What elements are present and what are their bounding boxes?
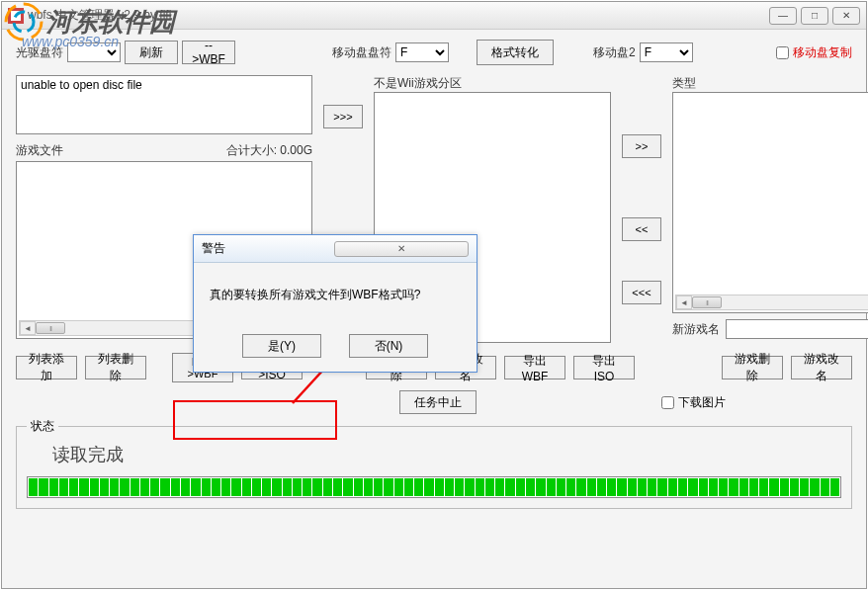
scroll-left-icon[interactable]: ◄ xyxy=(20,321,36,335)
type-scroll-left-icon[interactable]: ◄ xyxy=(676,295,692,309)
type-list[interactable]: ◄ xyxy=(672,92,868,313)
dialog-title-text: 警告 xyxy=(202,240,334,257)
refresh-button[interactable]: 刷新 xyxy=(125,41,178,64)
download-image-check[interactable] xyxy=(661,396,674,409)
type-scroll-thumb[interactable] xyxy=(692,296,722,308)
list-delete-button[interactable]: 列表删除 xyxy=(85,356,146,379)
scroll-thumb[interactable] xyxy=(36,322,65,334)
new-game-input[interactable] xyxy=(726,319,868,339)
move-left-button[interactable]: << xyxy=(622,217,661,241)
cd-drive-select[interactable] xyxy=(67,42,121,62)
cd-drive-label: 光驱盘符 xyxy=(16,44,63,61)
to-wbf-button[interactable]: -->WBF xyxy=(182,41,235,64)
move-right-button[interactable]: >> xyxy=(622,134,661,158)
mobile-disk2-select[interactable]: F xyxy=(640,42,693,62)
game-delete-button-2[interactable]: 游戏删除 xyxy=(722,356,783,379)
move-left-all-button[interactable]: <<< xyxy=(622,281,661,304)
title-bar: wbfs 中文管理器 v2.9 by flfl — □ ✕ xyxy=(2,2,866,30)
export-iso-button[interactable]: 导出ISO xyxy=(573,356,635,379)
warning-dialog: 警告 ✕ 真的要转换所有游戏文件到WBF格式吗? 是(Y) 否(N) xyxy=(193,234,477,373)
disc-info-box[interactable]: unable to open disc file xyxy=(16,75,312,134)
dialog-title-bar[interactable]: 警告 ✕ xyxy=(194,235,477,263)
mobile-disk2-label: 移动盘2 xyxy=(593,44,636,61)
game-rename-button-2[interactable]: 游戏改名 xyxy=(791,356,852,379)
type-hscrollbar[interactable]: ◄ xyxy=(675,295,868,310)
download-image-checkbox[interactable]: 下载图片 xyxy=(661,394,726,411)
window-title: wbfs 中文管理器 v2.9 by flfl xyxy=(28,7,765,24)
mobile-drive-label: 移动盘盘符 xyxy=(332,44,391,61)
progress-bar xyxy=(27,476,841,498)
app-icon xyxy=(8,8,24,24)
mobile-drive-select[interactable]: F xyxy=(395,42,449,62)
type-label: 类型 xyxy=(672,76,696,90)
dialog-message: 真的要转换所有游戏文件到WBF格式吗? xyxy=(194,263,477,326)
status-text: 读取完成 xyxy=(52,443,841,466)
disc-info-text: unable to open disc file xyxy=(21,78,142,92)
minimize-button[interactable]: — xyxy=(769,7,797,25)
new-game-label: 新游戏名 xyxy=(672,321,720,338)
game-file-label: 游戏文件 xyxy=(16,142,63,159)
dialog-close-button[interactable]: ✕ xyxy=(334,241,469,257)
total-size-label: 合计大小: 0.00G xyxy=(226,142,312,159)
mobile-copy-check[interactable] xyxy=(776,46,789,59)
list-add-button[interactable]: 列表添加 xyxy=(16,356,77,379)
mobile-copy-checkbox[interactable]: 移动盘复制 xyxy=(776,44,852,61)
status-legend: 状态 xyxy=(27,418,58,435)
format-button[interactable]: 格式转化 xyxy=(477,40,554,65)
close-button[interactable]: ✕ xyxy=(832,7,860,25)
move-right-all-button[interactable]: >>> xyxy=(323,105,363,128)
dialog-yes-button[interactable]: 是(Y) xyxy=(242,334,321,358)
maximize-button[interactable]: □ xyxy=(801,7,828,25)
status-group: 状态 读取完成 xyxy=(16,426,852,509)
not-wii-label: 不是Wii游戏分区 xyxy=(374,76,462,90)
svg-rect-1 xyxy=(11,11,21,21)
dialog-no-button[interactable]: 否(N) xyxy=(349,334,428,358)
export-wbf-button[interactable]: 导出WBF xyxy=(504,356,565,379)
task-abort-button[interactable]: 任务中止 xyxy=(399,390,477,414)
top-toolbar: 光驱盘符 刷新 -->WBF 移动盘盘符 F 格式转化 移动盘2 F 移动盘复制 xyxy=(16,36,852,69)
